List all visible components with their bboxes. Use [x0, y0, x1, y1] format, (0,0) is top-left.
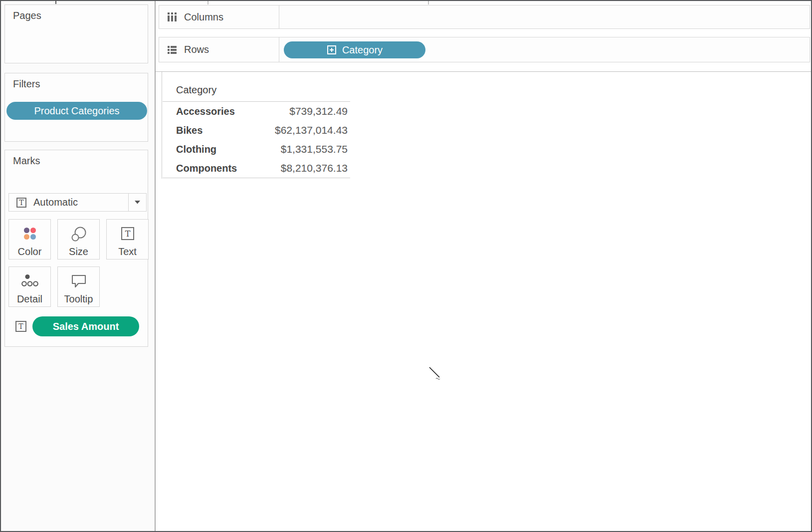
text-mark-icon: T — [15, 197, 27, 209]
tooltip-button-label: Tooltip — [64, 294, 93, 304]
text-mark-icon: T — [14, 320, 27, 333]
row-header[interactable]: Accessories — [163, 106, 250, 117]
mark-type-dropdown-button[interactable] — [128, 194, 146, 211]
marks-encoding-row: T Sales Amount — [5, 316, 148, 336]
svg-text:T: T — [18, 322, 23, 330]
mouse-cursor-icon — [428, 366, 443, 383]
table-bottom-border — [163, 178, 350, 178]
table-row: Accessories $739,312.49 — [163, 102, 348, 121]
text-box-icon: T — [120, 226, 135, 243]
row-header[interactable]: Bikes — [163, 125, 250, 136]
mark-type-value: Automatic — [33, 197, 128, 208]
text-table: Accessories $739,312.49 Bikes $62,137,01… — [163, 102, 348, 178]
top-edge-tick — [55, 1, 56, 4]
filter-pill-label: Product Categories — [34, 105, 119, 117]
pages-title: Pages — [13, 10, 41, 21]
marks-title: Marks — [13, 155, 40, 167]
svg-text:T: T — [125, 229, 130, 239]
columns-icon — [166, 11, 178, 23]
shelf-divider — [279, 5, 279, 28]
cell-value[interactable]: $739,312.49 — [250, 105, 348, 117]
color-dots-icon — [22, 226, 37, 244]
detail-button-label: Detail — [17, 294, 42, 304]
tooltip-bubble-icon — [70, 273, 88, 290]
text-button[interactable]: T Text — [106, 219, 149, 260]
size-circles-icon — [70, 226, 87, 244]
table-header[interactable]: Category — [176, 84, 216, 96]
view-top-border — [156, 71, 811, 72]
shelf-divider — [279, 37, 279, 62]
cell-value[interactable]: $62,137,014.43 — [250, 124, 348, 136]
table-row: Clothing $1,331,553.75 — [163, 140, 348, 159]
rows-shelf[interactable]: Rows Category — [159, 37, 810, 62]
top-edge-tick — [207, 1, 208, 4]
row-header[interactable]: Components — [163, 163, 250, 174]
table-row: Components $8,210,376.13 — [163, 159, 348, 178]
measure-pill-sales-amount[interactable]: Sales Amount — [32, 316, 139, 336]
detail-button[interactable]: Detail — [8, 266, 51, 307]
filter-pill-product-categories[interactable]: Product Categories — [6, 102, 147, 120]
rows-icon — [166, 44, 178, 56]
filters-shelf[interactable]: Filters Product Categories — [4, 73, 148, 142]
tooltip-button[interactable]: Tooltip — [57, 266, 100, 307]
mark-type-dropdown[interactable]: T Automatic — [8, 193, 147, 212]
color-button[interactable]: Color — [8, 219, 51, 260]
text-button-label: Text — [118, 247, 137, 257]
cell-value[interactable]: $8,210,376.13 — [250, 162, 348, 174]
top-edge-tick — [428, 1, 429, 4]
sidebar-divider[interactable] — [155, 0, 156, 531]
pages-shelf[interactable]: Pages — [4, 4, 148, 63]
plus-box-icon[interactable] — [327, 45, 337, 55]
row-header[interactable]: Clothing — [163, 144, 250, 155]
color-button-label: Color — [18, 247, 42, 257]
table-row: Bikes $62,137,014.43 — [163, 121, 348, 140]
detail-dots-icon — [21, 273, 39, 289]
measure-pill-label: Sales Amount — [53, 321, 119, 332]
chevron-down-icon — [134, 200, 141, 205]
columns-shelf[interactable]: Columns — [159, 5, 810, 29]
rows-shelf-label: Rows — [184, 44, 209, 55]
svg-text:T: T — [19, 199, 24, 207]
marks-card: Marks T Automatic Color — [4, 150, 148, 347]
dimension-pill-category[interactable]: Category — [284, 41, 425, 58]
dimension-pill-label: Category — [342, 44, 383, 56]
size-button-label: Size — [69, 247, 88, 257]
filters-title: Filters — [13, 78, 40, 90]
columns-shelf-label: Columns — [184, 11, 223, 23]
size-button[interactable]: Size — [57, 219, 100, 260]
cell-value[interactable]: $1,331,553.75 — [250, 143, 348, 155]
table-left-border — [162, 72, 162, 179]
